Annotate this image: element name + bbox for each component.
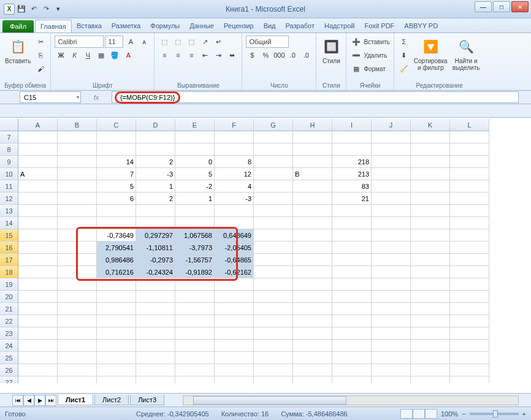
row-header-9[interactable]: 9 [0, 156, 18, 168]
cell-K9[interactable] [411, 156, 450, 168]
cell-I14[interactable] [332, 217, 372, 229]
cell-I8[interactable] [332, 143, 372, 156]
increase-indent-button[interactable]: ⇥ [212, 49, 224, 61]
cell-L24[interactable] [450, 340, 489, 352]
row-header-11[interactable]: 11 [0, 180, 18, 193]
cell-I10[interactable]: 213 [332, 168, 372, 180]
cell-D27[interactable] [136, 376, 175, 383]
formula-bar[interactable]: {=МОБР(C9:F12)} [112, 91, 519, 103]
row-header-26[interactable]: 26 [0, 364, 18, 376]
cell-A20[interactable] [18, 291, 58, 303]
cell-C15[interactable]: -0,73649 [97, 229, 136, 242]
cell-A9[interactable] [18, 156, 58, 168]
cell-A11[interactable] [18, 180, 58, 193]
cell-E11[interactable]: -2 [175, 180, 215, 193]
cell-G20[interactable] [254, 291, 293, 303]
cell-K14[interactable] [411, 217, 450, 229]
cell-E24[interactable] [175, 340, 215, 352]
cell-C17[interactable]: 0,986486 [97, 254, 136, 266]
cell-I7[interactable] [332, 131, 372, 143]
cell-K20[interactable] [411, 291, 450, 303]
cell-H21[interactable] [293, 303, 332, 315]
cell-L25[interactable] [450, 352, 489, 364]
cell-C22[interactable] [97, 315, 136, 327]
cell-I16[interactable] [332, 242, 372, 254]
cell-H9[interactable] [293, 156, 332, 168]
orientation-button[interactable]: ↗ [199, 36, 211, 48]
cell-H16[interactable] [293, 242, 332, 254]
cell-L21[interactable] [450, 303, 489, 315]
align-center-button[interactable]: ≡ [172, 49, 184, 61]
cell-E8[interactable] [175, 143, 215, 156]
cell-I23[interactable] [332, 327, 372, 340]
cell-L15[interactable] [450, 229, 489, 242]
cells-area[interactable]: 14208218A7-3512B21351-2483621-321-0,7364… [18, 131, 531, 383]
cell-F23[interactable] [215, 327, 254, 340]
cell-B14[interactable] [58, 217, 97, 229]
view-normal[interactable] [400, 409, 413, 419]
col-header-A[interactable]: A [18, 119, 58, 131]
align-bottom-button[interactable]: ⬚ [185, 36, 197, 48]
format-cells-button[interactable]: ▦Формат [350, 63, 389, 75]
cell-C16[interactable]: 2,790541 [97, 242, 136, 254]
cell-I27[interactable] [332, 376, 372, 383]
cell-J10[interactable] [372, 168, 411, 180]
cell-A12[interactable] [18, 193, 58, 205]
cell-E20[interactable] [175, 291, 215, 303]
cell-C10[interactable]: 7 [97, 168, 136, 180]
undo-icon[interactable]: ↶ [28, 4, 39, 15]
cell-G16[interactable] [254, 242, 293, 254]
cell-H20[interactable] [293, 291, 332, 303]
cell-D10[interactable]: -3 [136, 168, 175, 180]
cell-F16[interactable]: -2,05405 [215, 242, 254, 254]
cell-D23[interactable] [136, 327, 175, 340]
save-icon[interactable]: 💾 [16, 4, 27, 15]
row-header-24[interactable]: 24 [0, 340, 18, 352]
cell-K7[interactable] [411, 131, 450, 143]
cell-B12[interactable] [58, 193, 97, 205]
row-header-16[interactable]: 16 [0, 242, 18, 254]
row-header-12[interactable]: 12 [0, 193, 18, 205]
cell-A24[interactable] [18, 340, 58, 352]
cell-D15[interactable]: 0,297297 [136, 229, 175, 242]
cell-G27[interactable] [254, 376, 293, 383]
cell-J9[interactable] [372, 156, 411, 168]
cell-D18[interactable]: -0,24324 [136, 266, 175, 278]
sheet-nav-last[interactable]: ⏭ [45, 395, 56, 406]
cell-E21[interactable] [175, 303, 215, 315]
ribbon-tab-8[interactable]: Надстрой [319, 20, 359, 32]
cell-B11[interactable] [58, 180, 97, 193]
cell-C21[interactable] [97, 303, 136, 315]
col-header-F[interactable]: F [215, 119, 254, 131]
worksheet-grid[interactable]: ABCDEFGHIJKL 789101112131415161718192021… [0, 119, 531, 383]
cell-K11[interactable] [411, 180, 450, 193]
cell-E14[interactable] [175, 217, 215, 229]
ribbon-tab-2[interactable]: Разметка [107, 20, 146, 32]
cell-F12[interactable]: -3 [215, 193, 254, 205]
cell-H22[interactable] [293, 315, 332, 327]
cell-J16[interactable] [372, 242, 411, 254]
row-header-13[interactable]: 13 [0, 205, 18, 217]
col-header-K[interactable]: K [411, 119, 450, 131]
cell-E7[interactable] [175, 131, 215, 143]
cell-G8[interactable] [254, 143, 293, 156]
sheet-tab-0[interactable]: Лист1 [58, 395, 93, 405]
excel-icon[interactable]: X [4, 4, 15, 15]
cell-B20[interactable] [58, 291, 97, 303]
col-header-B[interactable]: B [58, 119, 97, 131]
row-header-27[interactable]: 27 [0, 376, 18, 383]
cell-E23[interactable] [175, 327, 215, 340]
cell-I18[interactable] [332, 266, 372, 278]
cell-L23[interactable] [450, 327, 489, 340]
cell-C18[interactable]: 0,716216 [97, 266, 136, 278]
cell-G21[interactable] [254, 303, 293, 315]
cell-G9[interactable] [254, 156, 293, 168]
col-header-C[interactable]: C [97, 119, 136, 131]
cell-K26[interactable] [411, 364, 450, 376]
autosum-button[interactable]: Σ [398, 36, 410, 48]
cell-L10[interactable] [450, 168, 489, 180]
cell-J19[interactable] [372, 278, 411, 291]
cell-G10[interactable] [254, 168, 293, 180]
cell-L14[interactable] [450, 217, 489, 229]
cell-H24[interactable] [293, 340, 332, 352]
